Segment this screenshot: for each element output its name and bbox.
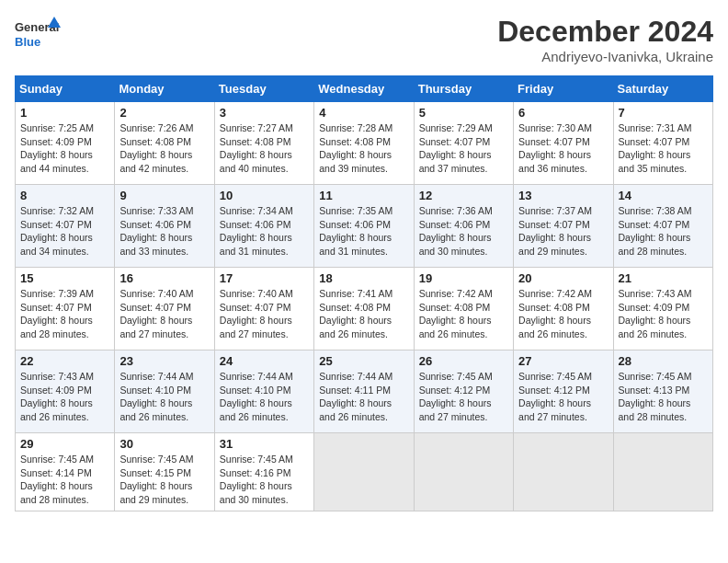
day-number: 17 bbox=[220, 271, 309, 285]
table-row: 9 Sunrise: 7:33 AM Sunset: 4:06 PM Dayli… bbox=[115, 185, 214, 268]
day-info: Sunrise: 7:26 AM Sunset: 4:08 PM Dayligh… bbox=[119, 121, 209, 176]
table-row: 31 Sunrise: 7:45 AM Sunset: 4:16 PM Dayl… bbox=[214, 433, 313, 511]
day-number: 24 bbox=[220, 354, 309, 368]
day-info: Sunrise: 7:42 AM Sunset: 4:08 PM Dayligh… bbox=[419, 287, 508, 341]
calendar-week-row: 8 Sunrise: 7:32 AM Sunset: 4:07 PM Dayli… bbox=[16, 185, 713, 268]
calendar-week-row: 1 Sunrise: 7:25 AM Sunset: 4:09 PM Dayli… bbox=[16, 102, 713, 185]
day-number: 28 bbox=[619, 354, 708, 368]
table-row: 14 Sunrise: 7:38 AM Sunset: 4:07 PM Dayl… bbox=[613, 185, 712, 268]
header-monday: Monday bbox=[115, 76, 214, 102]
day-number: 27 bbox=[518, 354, 608, 368]
day-number: 19 bbox=[419, 271, 508, 285]
day-info: Sunrise: 7:41 AM Sunset: 4:08 PM Dayligh… bbox=[319, 287, 408, 341]
calendar-week-row: 15 Sunrise: 7:39 AM Sunset: 4:07 PM Dayl… bbox=[16, 268, 713, 350]
header-sunday: Sunday bbox=[16, 76, 115, 102]
table-row: 23 Sunrise: 7:44 AM Sunset: 4:10 PM Dayl… bbox=[115, 350, 214, 433]
day-info: Sunrise: 7:45 AM Sunset: 4:12 PM Dayligh… bbox=[419, 370, 508, 424]
table-row: 5 Sunrise: 7:29 AM Sunset: 4:07 PM Dayli… bbox=[414, 102, 513, 185]
day-info: Sunrise: 7:25 AM Sunset: 4:09 PM Dayligh… bbox=[20, 121, 109, 176]
table-row: 30 Sunrise: 7:45 AM Sunset: 4:15 PM Dayl… bbox=[115, 433, 214, 511]
day-number: 7 bbox=[619, 106, 708, 120]
table-row: 19 Sunrise: 7:42 AM Sunset: 4:08 PM Dayl… bbox=[414, 268, 513, 350]
day-number: 26 bbox=[419, 354, 508, 368]
day-number: 23 bbox=[119, 354, 209, 368]
day-info: Sunrise: 7:44 AM Sunset: 4:10 PM Dayligh… bbox=[119, 370, 209, 424]
table-row: 13 Sunrise: 7:37 AM Sunset: 4:07 PM Dayl… bbox=[514, 185, 613, 268]
day-info: Sunrise: 7:31 AM Sunset: 4:07 PM Dayligh… bbox=[619, 121, 708, 176]
day-number: 1 bbox=[20, 106, 109, 120]
day-number: 2 bbox=[119, 106, 209, 120]
title-section: December 2024 Andriyevo-Ivanivka, Ukrain… bbox=[497, 15, 713, 64]
table-row: 26 Sunrise: 7:45 AM Sunset: 4:12 PM Dayl… bbox=[414, 350, 513, 433]
table-row: 3 Sunrise: 7:27 AM Sunset: 4:08 PM Dayli… bbox=[214, 102, 313, 185]
day-number: 6 bbox=[518, 106, 608, 120]
day-info: Sunrise: 7:27 AM Sunset: 4:08 PM Dayligh… bbox=[220, 121, 309, 176]
day-info: Sunrise: 7:38 AM Sunset: 4:07 PM Dayligh… bbox=[619, 204, 708, 259]
day-info: Sunrise: 7:40 AM Sunset: 4:07 PM Dayligh… bbox=[119, 287, 209, 341]
day-info: Sunrise: 7:43 AM Sunset: 4:09 PM Dayligh… bbox=[619, 287, 708, 341]
table-row: 18 Sunrise: 7:41 AM Sunset: 4:08 PM Dayl… bbox=[314, 268, 414, 350]
calendar-week-row: 29 Sunrise: 7:45 AM Sunset: 4:14 PM Dayl… bbox=[16, 433, 713, 511]
table-row: 2 Sunrise: 7:26 AM Sunset: 4:08 PM Dayli… bbox=[115, 102, 214, 185]
day-info: Sunrise: 7:34 AM Sunset: 4:06 PM Dayligh… bbox=[220, 204, 309, 259]
table-row bbox=[314, 433, 414, 511]
svg-text:Blue: Blue bbox=[15, 35, 40, 49]
day-info: Sunrise: 7:37 AM Sunset: 4:07 PM Dayligh… bbox=[518, 204, 608, 259]
day-info: Sunrise: 7:44 AM Sunset: 4:10 PM Dayligh… bbox=[220, 370, 309, 424]
day-info: Sunrise: 7:30 AM Sunset: 4:07 PM Dayligh… bbox=[518, 121, 608, 176]
day-info: Sunrise: 7:43 AM Sunset: 4:09 PM Dayligh… bbox=[20, 370, 109, 424]
table-row bbox=[414, 433, 513, 511]
day-info: Sunrise: 7:45 AM Sunset: 4:12 PM Dayligh… bbox=[518, 370, 608, 424]
header-tuesday: Tuesday bbox=[214, 76, 313, 102]
day-info: Sunrise: 7:36 AM Sunset: 4:06 PM Dayligh… bbox=[419, 204, 508, 259]
day-number: 8 bbox=[20, 189, 109, 202]
day-info: Sunrise: 7:32 AM Sunset: 4:07 PM Dayligh… bbox=[20, 204, 109, 259]
table-row: 27 Sunrise: 7:45 AM Sunset: 4:12 PM Dayl… bbox=[514, 350, 613, 433]
table-row: 10 Sunrise: 7:34 AM Sunset: 4:06 PM Dayl… bbox=[214, 185, 313, 268]
logo-svg: General Blue bbox=[15, 15, 61, 56]
day-number: 29 bbox=[20, 437, 109, 451]
day-number: 10 bbox=[220, 189, 309, 202]
table-row: 21 Sunrise: 7:43 AM Sunset: 4:09 PM Dayl… bbox=[613, 268, 712, 350]
day-number: 9 bbox=[119, 189, 209, 202]
day-info: Sunrise: 7:42 AM Sunset: 4:08 PM Dayligh… bbox=[518, 287, 608, 341]
table-row: 25 Sunrise: 7:44 AM Sunset: 4:11 PM Dayl… bbox=[314, 350, 414, 433]
table-row: 22 Sunrise: 7:43 AM Sunset: 4:09 PM Dayl… bbox=[16, 350, 115, 433]
day-info: Sunrise: 7:39 AM Sunset: 4:07 PM Dayligh… bbox=[20, 287, 109, 341]
month-title: December 2024 bbox=[497, 15, 713, 49]
day-number: 21 bbox=[619, 271, 708, 285]
table-row bbox=[613, 433, 712, 511]
day-number: 11 bbox=[319, 189, 408, 202]
day-number: 20 bbox=[518, 271, 608, 285]
day-number: 12 bbox=[419, 189, 508, 202]
day-number: 25 bbox=[319, 354, 408, 368]
day-info: Sunrise: 7:40 AM Sunset: 4:07 PM Dayligh… bbox=[220, 287, 309, 341]
day-number: 14 bbox=[619, 189, 708, 202]
header-wednesday: Wednesday bbox=[314, 76, 414, 102]
day-number: 15 bbox=[20, 271, 109, 285]
table-row: 15 Sunrise: 7:39 AM Sunset: 4:07 PM Dayl… bbox=[16, 268, 115, 350]
page-header: General Blue December 2024 Andriyevo-Iva… bbox=[15, 15, 713, 64]
day-number: 3 bbox=[220, 106, 309, 120]
day-info: Sunrise: 7:33 AM Sunset: 4:06 PM Dayligh… bbox=[119, 204, 209, 259]
day-number: 13 bbox=[518, 189, 608, 202]
day-info: Sunrise: 7:28 AM Sunset: 4:08 PM Dayligh… bbox=[319, 121, 408, 176]
table-row: 17 Sunrise: 7:40 AM Sunset: 4:07 PM Dayl… bbox=[214, 268, 313, 350]
calendar-table: Sunday Monday Tuesday Wednesday Thursday… bbox=[15, 75, 713, 511]
day-number: 5 bbox=[419, 106, 508, 120]
day-number: 22 bbox=[20, 354, 109, 368]
day-info: Sunrise: 7:44 AM Sunset: 4:11 PM Dayligh… bbox=[319, 370, 408, 424]
table-row: 16 Sunrise: 7:40 AM Sunset: 4:07 PM Dayl… bbox=[115, 268, 214, 350]
header-friday: Friday bbox=[514, 76, 613, 102]
day-number: 30 bbox=[119, 437, 209, 451]
table-row: 29 Sunrise: 7:45 AM Sunset: 4:14 PM Dayl… bbox=[16, 433, 115, 511]
table-row: 4 Sunrise: 7:28 AM Sunset: 4:08 PM Dayli… bbox=[314, 102, 414, 185]
day-info: Sunrise: 7:45 AM Sunset: 4:14 PM Dayligh… bbox=[20, 453, 109, 507]
table-row: 24 Sunrise: 7:44 AM Sunset: 4:10 PM Dayl… bbox=[214, 350, 313, 433]
day-number: 16 bbox=[119, 271, 209, 285]
table-row: 12 Sunrise: 7:36 AM Sunset: 4:06 PM Dayl… bbox=[414, 185, 513, 268]
table-row: 1 Sunrise: 7:25 AM Sunset: 4:09 PM Dayli… bbox=[16, 102, 115, 185]
table-row: 11 Sunrise: 7:35 AM Sunset: 4:06 PM Dayl… bbox=[314, 185, 414, 268]
table-row bbox=[514, 433, 613, 511]
table-row: 7 Sunrise: 7:31 AM Sunset: 4:07 PM Dayli… bbox=[613, 102, 712, 185]
